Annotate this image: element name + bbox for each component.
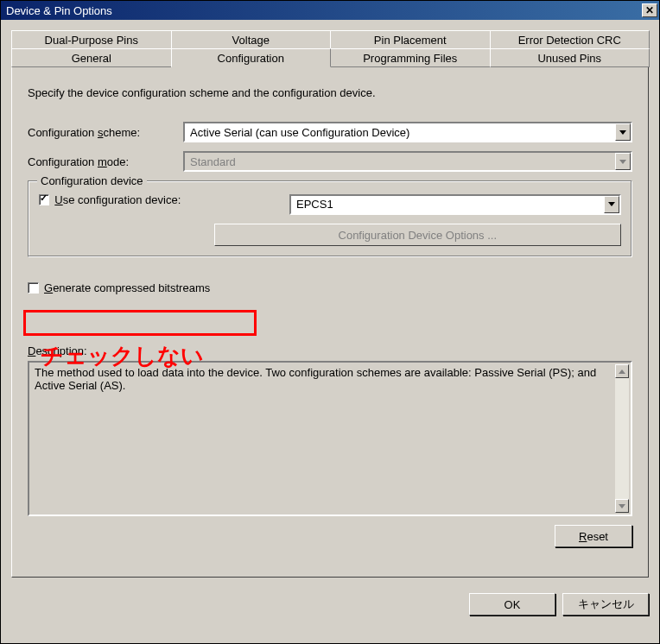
cancel-button[interactable]: キャンセル (562, 593, 649, 616)
chevron-down-icon (604, 196, 619, 213)
tab-general[interactable]: General (11, 48, 172, 67)
client-area: Dual-Purpose Pins Voltage Pin Placement … (1, 20, 659, 643)
label-use-config-device: Use configuration device: (54, 193, 289, 206)
chevron-down-icon (615, 123, 631, 141)
scrollbar-vertical[interactable] (615, 364, 629, 513)
tab-row-2: General Configuration Programming Files … (11, 48, 649, 67)
select-config-device-value: EPCS1 (296, 198, 333, 211)
use-config-device-check-wrap: Use configuration device: (39, 193, 289, 206)
label-config-mode: Configuration mode: (28, 155, 183, 168)
tabs: Dual-Purpose Pins Voltage Pin Placement … (11, 30, 649, 578)
tab-programming-files[interactable]: Programming Files (330, 48, 491, 67)
row-reset: Reset (28, 525, 632, 547)
tab-error-detection-crc[interactable]: Error Detection CRC (490, 30, 650, 49)
row-config-scheme: Configuration scheme: Active Serial (can… (28, 122, 632, 142)
label-config-scheme: Configuration scheme: (28, 126, 183, 139)
groupbox-title: Configuration device (37, 174, 147, 187)
row-use-config-device: Use configuration device: EPCS1 (39, 193, 621, 215)
panel-instruction: Specify the device configuration scheme … (28, 86, 632, 99)
tab-row-1: Dual-Purpose Pins Voltage Pin Placement … (11, 30, 649, 49)
close-button[interactable]: ✕ (642, 3, 657, 17)
button-config-device-options: Configuration Device Options ... (214, 224, 621, 246)
description-text: The method used to load data into the de… (35, 366, 596, 392)
tab-panel-configuration: Specify the device configuration scheme … (11, 66, 649, 578)
reset-button[interactable]: Reset (555, 525, 632, 547)
groupbox-config-device: Configuration device Use configuration d… (28, 180, 632, 257)
row-config-mode: Configuration mode: Standard (28, 151, 632, 172)
tab-unused-pins[interactable]: Unused Pins (490, 48, 650, 67)
select-config-device[interactable]: EPCS1 (289, 194, 621, 215)
dialog-window: Device & Pin Options ✕ Dual-Purpose Pins… (0, 0, 660, 644)
chevron-down-icon (615, 153, 631, 170)
select-config-scheme-value: Active Serial (can use Configuration Dev… (190, 126, 409, 139)
ok-button[interactable]: OK (469, 593, 555, 616)
textarea-description: The method used to load data into the de… (28, 361, 632, 516)
tab-pin-placement[interactable]: Pin Placement (330, 30, 491, 49)
select-config-mode-value: Standard (190, 155, 236, 168)
titlebar: Device & Pin Options ✕ (1, 1, 659, 20)
tab-voltage[interactable]: Voltage (171, 30, 332, 49)
window-title: Device & Pin Options (6, 4, 112, 17)
row-generate-compressed: Generate compressed bitstreams (28, 281, 632, 294)
checkbox-use-config-device[interactable] (39, 194, 49, 205)
dialog-buttons: OK キャンセル (11, 593, 649, 616)
label-generate-compressed: Generate compressed bitstreams (44, 281, 210, 294)
scrollbar-up-icon[interactable] (615, 364, 629, 378)
tab-configuration[interactable]: Configuration (171, 48, 332, 67)
select-config-mode: Standard (183, 151, 632, 172)
scrollbar-down-icon[interactable] (615, 499, 629, 513)
select-config-scheme[interactable]: Active Serial (can use Configuration Dev… (183, 122, 632, 142)
label-description: Description: (28, 344, 632, 357)
tab-dual-purpose-pins[interactable]: Dual-Purpose Pins (11, 30, 172, 49)
checkbox-generate-compressed[interactable] (28, 282, 39, 294)
